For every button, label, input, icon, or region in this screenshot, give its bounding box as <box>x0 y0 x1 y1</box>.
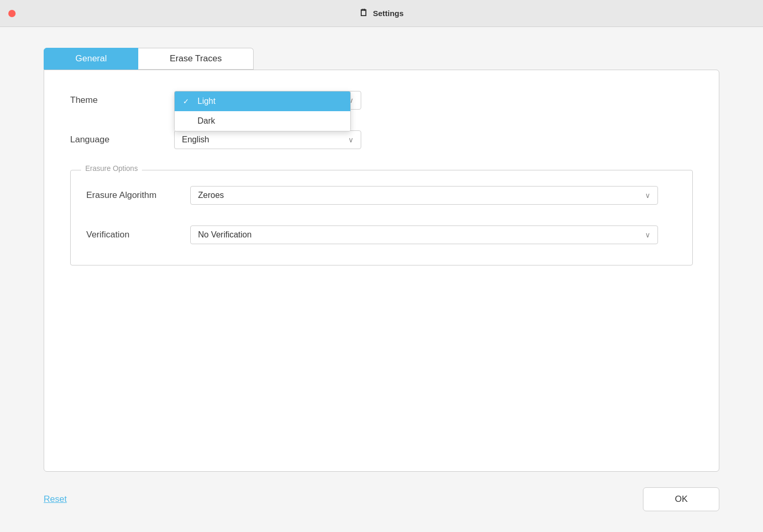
tab-bar: General Erase Traces <box>44 48 719 70</box>
bottom-bar: Reset OK <box>44 487 719 511</box>
check-icon: ✓ <box>183 97 193 105</box>
tab-erase-traces[interactable]: Erase Traces <box>138 48 253 70</box>
theme-row: Theme Light ∨ ✓ Light Dark <box>70 91 693 110</box>
language-chevron-icon: ∨ <box>348 136 353 144</box>
ok-button[interactable]: OK <box>643 487 719 511</box>
language-dropdown[interactable]: English ∨ <box>174 130 361 149</box>
verification-value: No Verification <box>198 230 640 240</box>
erasure-algorithm-value: Zeroes <box>198 191 640 200</box>
erasure-options-group: Erasure Options Erasure Algorithm Zeroes… <box>70 170 693 265</box>
reset-button[interactable]: Reset <box>44 494 67 504</box>
erasure-options-legend: Erasure Options <box>81 164 142 172</box>
verification-row: Verification No Verification ∨ <box>86 225 677 244</box>
verification-label: Verification <box>86 230 190 240</box>
window-title: Settings <box>373 9 403 18</box>
titlebar-controls <box>8 10 16 17</box>
settings-panel: Theme Light ∨ ✓ Light Dark <box>44 70 719 472</box>
erasure-algorithm-label: Erasure Algorithm <box>86 190 190 201</box>
theme-option-light[interactable]: ✓ Light <box>175 91 350 111</box>
verification-chevron-icon: ∨ <box>645 231 650 239</box>
titlebar: 🗒 Settings <box>0 0 763 27</box>
language-row: Language English ∨ <box>70 130 693 149</box>
theme-dropdown-list: ✓ Light Dark <box>174 91 351 131</box>
verification-dropdown[interactable]: No Verification ∨ <box>190 225 658 244</box>
language-label: Language <box>70 135 174 145</box>
settings-icon: 🗒 <box>359 8 369 19</box>
tab-general[interactable]: General <box>44 48 138 70</box>
titlebar-title: 🗒 Settings <box>359 8 403 19</box>
erasure-algorithm-row: Erasure Algorithm Zeroes ∨ <box>86 186 677 205</box>
theme-dropdown-container: Light ∨ ✓ Light Dark <box>174 91 361 110</box>
erasure-algorithm-dropdown[interactable]: Zeroes ∨ <box>190 186 658 205</box>
theme-option-dark[interactable]: Dark <box>175 111 350 131</box>
main-content: General Erase Traces Theme Light ∨ ✓ <box>0 27 763 532</box>
language-selected-value: English <box>182 135 343 144</box>
theme-label: Theme <box>70 95 174 105</box>
erasure-algorithm-chevron-icon: ∨ <box>645 191 650 200</box>
close-button[interactable] <box>8 10 16 17</box>
